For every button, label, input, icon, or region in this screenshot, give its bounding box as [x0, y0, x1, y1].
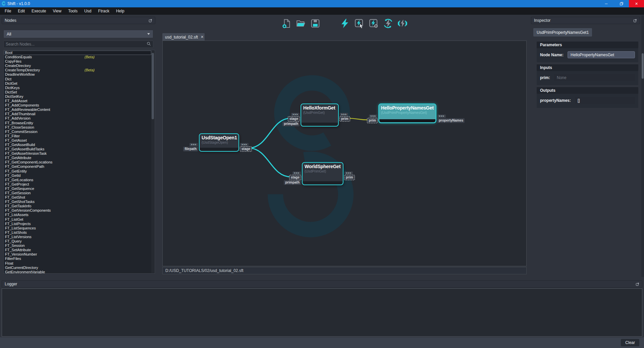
menu-item[interactable]: Edit	[14, 8, 28, 14]
exec-port[interactable]: >>>	[292, 171, 301, 175]
graph-node-HelloXformGet[interactable]: HelloXformGet(UsdPrimGet)>>>stageprimpat…	[301, 103, 339, 127]
node-list-item[interactable]: FT_GetId	[4, 173, 151, 178]
node-list-item[interactable]: FT_GetAssetBuild	[4, 143, 151, 147]
exec-port[interactable]: >>>	[340, 113, 348, 116]
exec-port[interactable]: >>>	[344, 171, 353, 175]
node-list-item[interactable]: CreateDirectory	[4, 64, 151, 68]
port-prim[interactable]: prim	[344, 175, 355, 180]
close-button[interactable]: ✕	[629, 0, 644, 7]
tab-close-icon[interactable]: ✕	[201, 35, 204, 39]
port-propertyNames[interactable]: propertyNames	[437, 118, 465, 123]
port-filepath[interactable]: filepath	[183, 147, 198, 151]
execute-from-node-icon[interactable]	[368, 18, 379, 29]
clear-button[interactable]: Clear	[621, 339, 639, 346]
node-search-input[interactable]	[6, 42, 147, 47]
menu-item[interactable]: File	[1, 8, 14, 14]
node-list-item[interactable]: FT_GetShotTasks	[4, 200, 151, 204]
node-list-item[interactable]: FT_GetVersionComponents	[4, 208, 151, 213]
node-list-item[interactable]: DeadlineWorkflow	[4, 72, 151, 77]
node-list-item[interactable]: FT_SetAttribute	[4, 248, 151, 252]
node-list-item[interactable]: FT_CommitSession	[4, 130, 151, 134]
node-list-item[interactable]: FT_GetAsset	[4, 138, 151, 143]
graph-node-UsdStageOpen1[interactable]: UsdStageOpen1(UsdStageOpen)>>>filepath>>…	[199, 133, 239, 152]
menu-item[interactable]: Tools	[65, 8, 81, 14]
node-filter-dropdown[interactable]: All	[3, 30, 153, 38]
node-list-item[interactable]: FT_ListProjects	[4, 222, 151, 226]
port-stage[interactable]: stage	[240, 147, 252, 151]
port-stage[interactable]: stage	[288, 117, 300, 121]
node-list-item[interactable]: FT_GetComponentPath	[4, 164, 151, 169]
node-list-item[interactable]: FT_Filter	[4, 134, 151, 138]
port-prim[interactable]: prim	[340, 117, 350, 121]
execute-selected-icon[interactable]	[354, 18, 365, 29]
node-list-item[interactable]: FT_ListSequences	[4, 226, 151, 230]
node-list-item[interactable]: DictSet	[4, 90, 151, 94]
graph-tab[interactable]: usd_tutorial_02.sft ✕	[162, 33, 205, 41]
node-list-item[interactable]: Bool	[4, 51, 151, 55]
node-list-item[interactable]: FT_GetSession	[4, 191, 151, 195]
node-list-item[interactable]: FT_Session	[4, 243, 151, 248]
execute-icon[interactable]	[339, 18, 350, 29]
graph-node-HelloPropertyNamesGet[interactable]: HelloPropertyNamesGet(UsdPrimPropertyNam…	[378, 103, 436, 123]
exec-port[interactable]: >>>	[291, 113, 300, 116]
node-list-item[interactable]: FilterFiles	[4, 257, 151, 261]
inspector-node-tab[interactable]: UsdPrimPropertyNamesGet1	[533, 28, 592, 37]
port-primpath[interactable]: primpath	[284, 180, 301, 185]
node-list-item[interactable]: FT_GetAssetBuildTasks	[4, 147, 151, 151]
prim-field[interactable]	[554, 74, 635, 81]
menu-item[interactable]: Help	[113, 8, 128, 14]
node-list-item[interactable]: FT_GetTaskInfo	[4, 204, 151, 208]
port-prim[interactable]: prim	[367, 118, 377, 123]
exec-port[interactable]: >>>	[190, 143, 198, 146]
popout-icon[interactable]	[636, 282, 639, 286]
node-list-item[interactable]: Dict	[4, 77, 151, 81]
node-list-item[interactable]: FT_GetLocations	[4, 178, 151, 182]
graph-node-WorldSphereGet[interactable]: WorldSphereGet(UsdPrimGet)>>>stageprimpa…	[302, 162, 343, 185]
save-graph-icon[interactable]	[310, 18, 321, 29]
scrollbar-thumb[interactable]	[642, 53, 644, 79]
open-graph-icon[interactable]	[296, 18, 306, 29]
node-list-item[interactable]: DictGet	[4, 81, 151, 86]
node-list-item[interactable]: FT_GetShot	[4, 195, 151, 200]
node-list-item[interactable]: FT_ListVersions	[4, 235, 151, 239]
node-list-item[interactable]: FT_Query	[4, 239, 151, 243]
node-list-item[interactable]: FT_AddThumbnail	[4, 112, 151, 116]
port-stage[interactable]: stage	[289, 175, 301, 180]
new-graph-icon[interactable]	[281, 18, 292, 29]
node-list-item[interactable]: ConditionEquals (Beta)	[4, 55, 151, 59]
menu-item[interactable]: Usd	[81, 8, 95, 14]
exec-port[interactable]: >>>	[240, 143, 249, 146]
node-list-item[interactable]: FT_ListShots	[4, 230, 151, 235]
menu-item[interactable]: Execute	[28, 8, 49, 14]
node-list-item[interactable]: FT_GetAttribute	[4, 156, 151, 160]
node-list-item[interactable]: FT_GetProject	[4, 182, 151, 187]
node-list-item[interactable]: GetCurrentDirectory	[4, 266, 151, 270]
node-list-item[interactable]: CreateTempDirectory (Beta)	[4, 68, 151, 72]
re-execute-icon[interactable]	[383, 18, 393, 29]
node-list-item[interactable]: Float	[4, 261, 151, 266]
node-list-item[interactable]: FT_ListGet	[4, 217, 151, 222]
node-list-item[interactable]: DictKeys	[4, 86, 151, 90]
minimize-button[interactable]: ─	[599, 0, 614, 7]
node-list-item[interactable]: FT_GetAssetVersionTask	[4, 151, 151, 156]
node-list-item[interactable]: FT_CloseSession	[4, 125, 151, 130]
node-list-item[interactable]: FT_VersionNumber	[4, 252, 151, 257]
node-list-item[interactable]: FT_AddAsset	[4, 99, 151, 103]
node-list-item[interactable]: FT_AddReviewableContent	[4, 108, 151, 112]
node-list-item[interactable]: CopyFiles	[4, 59, 151, 64]
node-list-item[interactable]: FT_AddVersion	[4, 116, 151, 121]
maximize-button[interactable]	[614, 0, 629, 7]
node-list-item[interactable]: GetEnvironmentVariable	[4, 270, 151, 274]
popout-icon[interactable]	[149, 19, 152, 22]
popout-icon[interactable]	[633, 19, 637, 22]
node-list-item[interactable]: FT_ListAssets	[4, 213, 151, 217]
exec-port[interactable]: >>>	[369, 115, 377, 118]
node-name-field[interactable]	[568, 51, 635, 58]
node-list-item[interactable]: FT_GetEntity	[4, 169, 151, 173]
property-names-field[interactable]	[575, 97, 635, 104]
scrollbar-thumb[interactable]	[152, 53, 154, 119]
node-list-item[interactable]: DictSetKey	[4, 94, 151, 99]
menu-item[interactable]: View	[49, 8, 65, 14]
node-list-item[interactable]: FT_BrowseEntity	[4, 121, 151, 125]
node-list-item[interactable]: FT_AddComponents	[4, 103, 151, 108]
